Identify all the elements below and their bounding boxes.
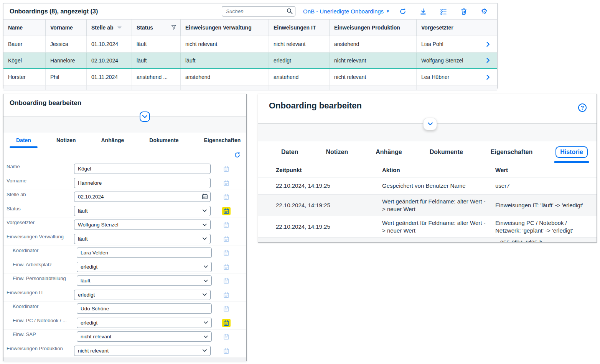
column-header-status[interactable]: Status: [132, 20, 181, 36]
field-label: Name: [3, 162, 74, 169]
note-icon[interactable]: [223, 193, 230, 200]
column-header-vorname[interactable]: Vorname: [46, 20, 87, 36]
field-label: Vorname: [3, 176, 74, 184]
form-panel-header: Onboarding bearbeiten: [3, 94, 246, 116]
note-icon[interactable]: [223, 305, 230, 312]
refresh-icon[interactable]: [233, 151, 241, 159]
note-icon[interactable]: [223, 236, 230, 243]
einw-it-select[interactable]: erledigt: [74, 290, 211, 300]
field-label: Einweisungen Produktion: [3, 344, 74, 351]
empty-cell: [181, 85, 269, 90]
status-select[interactable]: läuft: [74, 206, 211, 216]
column-header-zeitpunkt[interactable]: Zeitpunkt: [276, 163, 382, 177]
history-row[interactable]: 22.10.2024, 14:19:25 Wert geändert für F…: [258, 216, 597, 238]
refresh-icon[interactable]: [399, 8, 407, 15]
cell-stelle-ab: 01.11.2024: [87, 69, 132, 85]
field-label: Einw. PC / Notebook / ...: [3, 316, 74, 323]
field-label: Koordinator: [3, 302, 74, 309]
field-label: Einw. SAP: [3, 330, 74, 337]
column-header-name[interactable]: Name: [3, 20, 46, 36]
column-header-einw-produktion[interactable]: Einweisungen Produktion: [330, 20, 417, 36]
delete-icon[interactable]: [460, 8, 468, 15]
form-row-vorgesetzter: Vorgesetzter Wolfgang Stenzel: [3, 218, 246, 232]
note-icon[interactable]: [223, 277, 230, 284]
cell-aktion: Wert geändert für Feldname: alter Wert -…: [382, 216, 495, 237]
vorgesetzter-select[interactable]: Wolfgang Stenzel: [74, 220, 211, 230]
column-header-aktion[interactable]: Aktion: [382, 163, 495, 177]
tab-anhaenge[interactable]: Anhänge: [88, 133, 137, 148]
tab-dokumente[interactable]: Dokumente: [416, 141, 477, 163]
empty-cell: [3, 85, 46, 90]
tab-eigenschaften[interactable]: Eigenschaften: [191, 133, 254, 148]
note-icon[interactable]: [223, 249, 230, 256]
cell-status: anstehend ...: [132, 69, 181, 85]
cell-einw-verwaltung: läuft: [181, 52, 269, 68]
einw-pc-notebook-select[interactable]: erledigt: [77, 318, 212, 328]
note-icon[interactable]: [223, 180, 230, 187]
search-icon[interactable]: [287, 8, 293, 14]
einw-sap-select[interactable]: nicht relevant: [77, 331, 212, 342]
column-header-stelle-ab[interactable]: Stelle ab: [87, 20, 132, 36]
chevron-down-icon: [203, 349, 207, 352]
form-row-vorname: Vorname: [3, 176, 246, 190]
note-icon[interactable]: [223, 292, 230, 298]
einw-produktion-select[interactable]: nicht relevant: [74, 346, 211, 356]
column-header-einw-verwaltung[interactable]: Einweisungen Verwaltung: [181, 20, 269, 36]
empty-cell: [132, 85, 181, 90]
note-icon[interactable]: [223, 348, 230, 354]
tab-historie[interactable]: Historie: [546, 141, 597, 163]
koordinator-field[interactable]: [77, 248, 212, 258]
onboarding-edit-form-panel: Onboarding bearbeiten Daten Notizen Anhä…: [3, 94, 247, 361]
note-icon[interactable]: [223, 166, 230, 172]
name-field[interactable]: [74, 164, 211, 174]
cell-aktion: Gespeichert von Benutzer Name: [382, 177, 495, 194]
einw-personalabteilung-select[interactable]: läuft: [77, 275, 212, 286]
table-row[interactable]: Bauer Jessica 01.10.2024 läuft nicht rel…: [3, 36, 497, 52]
tab-daten[interactable]: Daten: [3, 133, 44, 148]
row-navigate-button[interactable]: [479, 36, 497, 52]
form-row-einw-personalabteilung: Einw. Personalabteilung läuft: [3, 274, 246, 288]
koordinator-it-field[interactable]: [77, 303, 212, 314]
note-icon[interactable]: [223, 333, 230, 340]
stelle-ab-date-field[interactable]: [74, 192, 211, 202]
column-header-wert[interactable]: Wert: [495, 163, 597, 177]
tab-anhaenge[interactable]: Anhänge: [362, 141, 415, 163]
cell-vorgesetzter: Lisa Pohl: [417, 36, 479, 52]
column-header-vorgesetzter[interactable]: Vorgesetzter: [417, 20, 479, 36]
einw-arbeitsplatz-select[interactable]: erledigt: [77, 262, 212, 272]
empty-cell: [417, 85, 479, 90]
table-row[interactable]: Horster Phil 01.11.2024 anstehend ... an…: [3, 69, 497, 85]
cell-wert: Einweisung PC / Notebook / Netzwerk: 'ge…: [495, 216, 597, 237]
tab-daten[interactable]: Daten: [267, 141, 312, 163]
row-navigate-button[interactable]: [479, 52, 497, 68]
tab-eigenschaften[interactable]: Eigenschaften: [477, 141, 546, 163]
settings-icon[interactable]: ⚙: [480, 8, 488, 15]
note-icon-highlighted[interactable]: [223, 208, 230, 215]
column-header-einw-it[interactable]: Einweisungen IT: [269, 20, 330, 36]
cell-zeitpunkt: 22.10.2024, 14:19:25: [276, 216, 382, 237]
calendar-icon[interactable]: [202, 193, 208, 200]
note-icon-highlighted[interactable]: [223, 320, 230, 326]
tab-notizen[interactable]: Notizen: [312, 141, 362, 163]
history-row[interactable]: 22.10.2024, 14:19:25 Wert geändert für F…: [258, 195, 597, 216]
vorname-field[interactable]: [74, 178, 211, 188]
help-icon[interactable]: ?: [578, 103, 587, 112]
empty-cell: [276, 238, 382, 242]
row-navigate-button[interactable]: [479, 69, 497, 85]
tab-notizen[interactable]: Notizen: [44, 133, 89, 148]
note-icon[interactable]: [223, 264, 230, 271]
note-icon[interactable]: [223, 221, 230, 228]
collapse-header-button[interactable]: [140, 111, 150, 122]
multiselect-icon[interactable]: [440, 8, 447, 15]
download-icon[interactable]: [419, 8, 427, 15]
form-panel-title: Onboarding bearbeiten: [3, 94, 246, 107]
chevron-right-icon: [486, 75, 490, 80]
table-row-selected[interactable]: Kögel Hannelore 02.10.2024 läuft läuft e…: [3, 52, 497, 69]
view-selector[interactable]: OnB - Unerledigte Onboardings ▼: [303, 8, 390, 15]
chevron-down-icon: [204, 321, 208, 324]
einw-verwaltung-select[interactable]: läuft: [74, 234, 211, 244]
history-row[interactable]: 22.10.2024, 14:19:25 Gespeichert von Ben…: [258, 177, 597, 195]
tab-dokumente[interactable]: Dokumente: [137, 133, 191, 148]
search-input[interactable]: [222, 6, 295, 16]
collapse-header-button[interactable]: [423, 118, 437, 130]
